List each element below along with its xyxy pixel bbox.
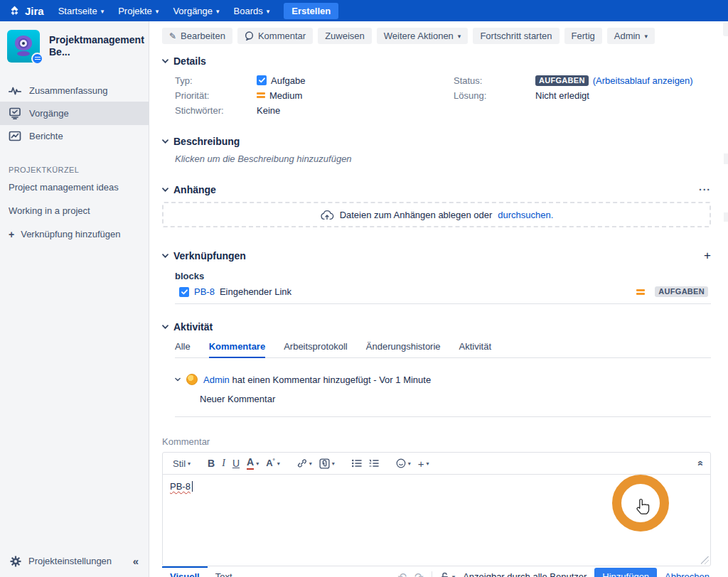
add-shortcut-button[interactable]: + Verknüpfung hinzufügen [0,222,149,246]
insert-more-button[interactable]: + ▾ [414,456,433,471]
more-actions-button[interactable]: Weitere Aktionen ▾ [377,28,469,44]
tab-alle[interactable]: Alle [175,341,191,352]
description-placeholder[interactable]: Klicken um die Beschreibung hinzuzufügen [175,153,711,164]
priority-medium-icon [257,92,265,98]
italic-button[interactable]: I [218,455,229,471]
activity-section-header: Aktivität [162,321,711,333]
done-button[interactable]: Fertig [564,28,602,44]
add-comment-button[interactable]: Hinzufügen [594,568,657,577]
project-title[interactable]: Projektmanagement Be... [49,34,144,59]
text-cursor [192,481,193,492]
nav-item-boards[interactable]: Boards ▾ [234,6,270,16]
numbered-list-icon [369,459,379,468]
resize-handle[interactable] [701,556,709,564]
comment-editor-label: Kommentar [162,436,711,447]
avatar [186,374,198,385]
text-styles-icon: A° [266,458,275,468]
link-button[interactable]: ▾ [294,456,316,470]
labels-value: Keine [257,105,280,116]
issue-view: ✎ Bearbeiten Kommentar Zuweisen Weitere … [149,21,728,577]
type-value: Aufgabe [271,75,305,86]
text-color-button[interactable]: A ▾ [243,455,262,471]
emoji-icon [396,458,406,468]
sidebar-item-zusammenfassung[interactable]: Zusammenfassung [0,80,149,102]
chevron-down-icon: ▾ [188,461,191,467]
mode-tab-text[interactable]: Text [208,566,240,577]
comment-body: Neuer Kommentar [200,394,711,404]
admin-button[interactable]: Admin ▾ [607,28,655,44]
comment-textarea[interactable]: PB-8 [163,475,710,566]
edit-button[interactable]: ✎ Bearbeiten [162,28,232,44]
section-title: Anhänge [173,184,216,195]
sidebar-shortcut-1[interactable]: Project management ideas [0,176,149,199]
status-badge: AUFGABEN [535,75,589,86]
comment-button[interactable]: Kommentar [237,28,313,44]
assign-button[interactable]: Zuweisen [318,28,372,44]
collapse-section-icon[interactable] [162,325,168,329]
status-label: Status: [454,75,535,86]
workflow-link[interactable]: (Arbeitsablauf anzeigen) [593,75,693,86]
tab-kommentare[interactable]: Kommentare [209,341,265,352]
nav-item-vorgaenge[interactable]: Vorgänge ▾ [173,6,219,16]
paperclip-icon [319,458,330,469]
priority-value: Medium [269,90,302,101]
undo-icon[interactable]: ↶ [397,571,407,577]
lock-icon [440,572,449,577]
link-icon [297,458,307,468]
tab-aktivitaet[interactable]: Aktivität [459,341,492,352]
jira-logo[interactable]: Jira [9,5,44,17]
emoji-button[interactable]: ▾ [392,456,414,470]
comment-header: Admin hat einen Kommentar hinzugefügt - … [175,374,711,385]
linked-issue-row[interactable]: PB-8 Eingehender Link AUFGABEN [175,281,711,304]
tab-arbeitsprotokoll[interactable]: Arbeitsprotokoll [284,341,348,352]
sidebar-item-vorgaenge[interactable]: Vorgänge [0,102,149,125]
collapse-sidebar-icon[interactable]: « [133,555,139,567]
task-type-icon [257,75,267,85]
tab-aenderungshistorie[interactable]: Änderungshistorie [366,341,441,352]
section-title: Beschreibung [173,136,240,147]
reports-icon [9,131,21,141]
links-section-header: Verknüpfungen + [162,249,711,263]
sidebar-item-berichte[interactable]: Berichte [0,125,149,147]
attach-button[interactable]: ▾ [316,456,338,471]
redo-icon[interactable]: ↷ [414,571,424,577]
labels-label: Stichwörter: [175,105,257,116]
project-settings-button[interactable]: Projekteinstellungen [28,556,112,566]
resolution-label: Lösung: [454,90,535,101]
cancel-button[interactable]: Abbrechen [665,571,710,577]
sidebar-shortcut-2[interactable]: Working in a project [0,199,149,222]
linked-issue-key[interactable]: PB-8 [194,286,215,297]
text-styles-button[interactable]: A° ▾ [262,455,284,470]
top-navigation: Jira Startseite ▾ Projekte ▾ Vorgänge ▾ … [0,0,728,21]
collapse-section-icon[interactable] [162,188,168,192]
start-progress-button[interactable]: Fortschritt starten [473,28,559,44]
attachments-menu-icon[interactable]: ··· [699,184,711,195]
divider [175,416,711,417]
add-link-icon[interactable]: + [704,249,711,263]
comment-editor: Stil ▾ B I U A ▾ A° ▾ ▾ [162,452,711,566]
collapse-comment-icon[interactable] [175,377,181,382]
mode-tab-visual[interactable]: Visuell [162,566,208,577]
browse-link[interactable]: durchsuchen. [498,210,553,220]
upload-cloud-icon [320,210,334,220]
chevron-down-icon: ▾ [277,461,280,467]
numbered-list-button[interactable] [365,457,382,470]
plus-icon: + [9,230,14,239]
collapse-toolbar-button[interactable]: « [698,458,704,469]
comment-author-link[interactable]: Admin [203,374,230,385]
collapse-section-icon[interactable] [162,139,168,144]
bold-button[interactable]: B [204,455,218,471]
chevron-down-icon: ▾ [452,574,456,577]
bullet-list-button[interactable] [348,457,365,470]
collapse-section-icon[interactable] [162,59,168,63]
comment-draft-text: PB-8 [170,481,191,492]
create-button[interactable]: Erstellen [284,3,338,19]
nav-item-projekte[interactable]: Projekte ▾ [118,6,159,16]
collapse-section-icon[interactable] [162,254,168,258]
attachment-dropzone[interactable]: Dateien zum Anhängen ablegen oder durchs… [162,202,711,227]
nav-item-startseite[interactable]: Startseite ▾ [58,6,104,16]
style-dropdown[interactable]: Stil ▾ [169,456,194,471]
visibility-lock-button[interactable]: ▾ [440,572,456,577]
underline-button[interactable]: U [229,455,243,471]
chevron-down-icon: ▾ [267,9,270,15]
